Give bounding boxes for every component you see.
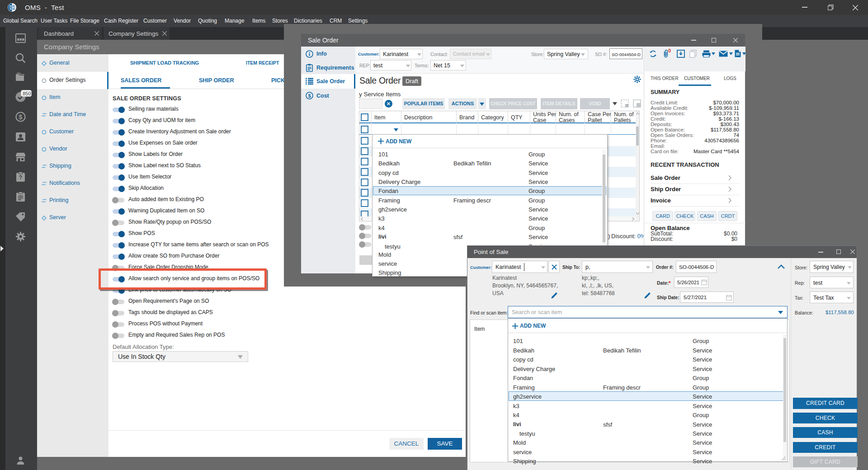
- svg-text:$: $: [308, 93, 311, 99]
- svg-text:$: $: [19, 113, 23, 121]
- svg-text:?: ?: [19, 174, 22, 181]
